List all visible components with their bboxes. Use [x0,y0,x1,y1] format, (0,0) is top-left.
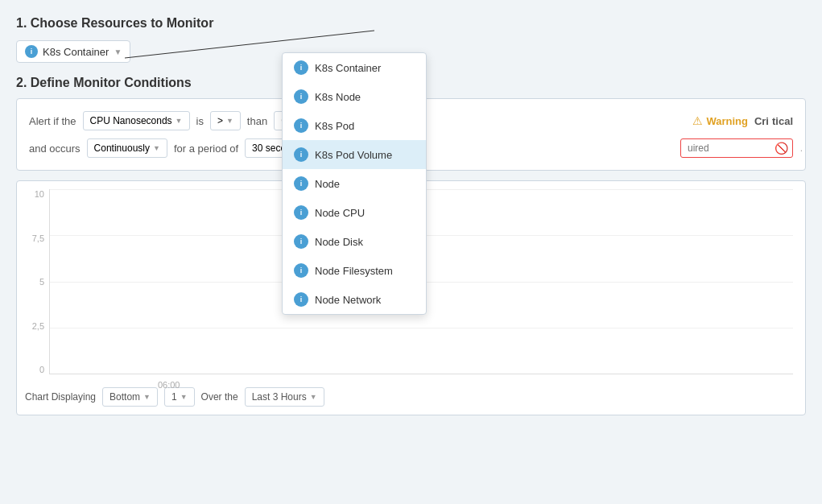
time-range-select[interactable]: Last 3 Hours ▼ [245,387,324,407]
and-occurs-label: and occurs [29,143,81,155]
metric-label: CPU Nanoseconds [90,115,172,126]
k8s-node-label: K8s Node [315,91,361,103]
critical-threshold-label: Critical [754,115,793,127]
operator-arrow-icon: ▼ [226,117,233,125]
frequency-select[interactable]: Continuously ▼ [87,138,167,158]
one-arrow-icon: ▼ [180,393,188,401]
main-container: 1. Choose Resources to Monitor i K8s Con… [0,0,822,504]
y-label-75: 7,5 [32,233,44,243]
error-icon: 🚫 [774,142,788,155]
warning-icon: ⚠ [692,114,703,127]
is-label: is [196,115,204,127]
resource-dropdown-menu: i K8s Container i K8s Node i K8s Pod i K… [282,52,427,315]
than-label: than [247,115,267,127]
over-the-label: Over the [201,391,238,403]
node-disk-label: Node Disk [315,236,363,248]
critical-text: Cri [754,115,769,127]
node-cpu-label: Node CPU [315,207,365,219]
one-select[interactable]: 1 ▼ [164,387,195,407]
chart-footer: Chart Displaying Bottom ▼ 1 ▼ Over the L… [25,382,793,407]
one-label: 1 [171,391,177,403]
frequency-label: Continuously [94,143,150,154]
dropdown-item-node-disk[interactable]: i Node Disk [283,227,426,256]
y-label-10: 10 [35,189,44,199]
resource-dropdown[interactable]: i K8s Container ▼ [16,40,130,63]
time-range-label: Last 3 Hours [252,391,307,403]
chart-displaying-label: Chart Displaying [25,391,96,403]
grid-line-75 [50,328,793,328]
bottom-label: Bottom [109,391,140,403]
k8s-pod-volume-label: K8s Pod Volume [315,149,392,161]
dropdown-item-k8s-node[interactable]: i K8s Node [283,82,426,111]
required-dot: . [800,143,803,154]
warning-text: Warning [706,115,748,127]
node-network-label: Node Network [315,294,381,306]
node-network-icon: i [294,292,308,307]
dropdown-item-node-cpu[interactable]: i Node CPU [283,198,426,227]
bottom-select[interactable]: Bottom ▼ [102,387,158,407]
time-range-arrow-icon: ▼ [310,393,317,401]
node-cpu-icon: i [294,205,308,220]
dropdown-item-node[interactable]: i Node [283,169,426,198]
node-icon: i [294,176,308,191]
operator-label: > [217,115,223,126]
metric-select[interactable]: CPU Nanoseconds ▼ [83,111,190,130]
resource-label: K8s Container [43,46,109,58]
dropdown-item-node-filesystem[interactable]: i Node Filesystem [283,256,426,285]
alert-if-label: Alert if the [29,115,76,127]
dropdown-arrow-icon: ▼ [114,48,122,56]
frequency-arrow-icon: ▼ [153,144,160,152]
node-filesystem-label: Node Filesystem [315,265,393,277]
resource-icon: i [25,45,38,58]
x-label-0600: 06:00 [158,380,180,390]
bottom-arrow-icon: ▼ [143,393,151,401]
metric-arrow-icon: ▼ [176,117,183,125]
warning-threshold-label: ⚠ Warning [692,114,748,127]
y-label-25: 2,5 [32,321,44,331]
node-disk-icon: i [294,234,308,249]
for-period-label: for a period of [174,143,238,155]
dropdown-item-k8s-container[interactable]: i K8s Container [283,53,426,82]
y-label-0: 0 [39,365,44,374]
k8s-node-icon: i [294,89,308,104]
k8s-container-icon: i [294,60,308,75]
k8s-pod-label: K8s Pod [315,120,354,132]
dropdown-item-k8s-pod-volume[interactable]: i K8s Pod Volume [283,140,426,169]
y-label-5: 5 [39,277,44,287]
critical-text-2: tical [772,115,793,127]
k8s-pod-volume-icon: i [294,147,308,162]
node-filesystem-icon: i [294,263,308,278]
node-label: Node [315,178,340,190]
dropdown-item-node-network[interactable]: i Node Network [283,285,426,314]
critical-input-wrapper: 🚫 . [680,138,793,158]
k8s-container-label: K8s Container [315,62,381,74]
operator-select[interactable]: > ▼ [210,111,241,130]
k8s-pod-icon: i [294,118,308,133]
section-1-title: 1. Choose Resources to Monitor [16,16,806,31]
y-axis: 10 7,5 5 2,5 0 [25,189,49,374]
dropdown-item-k8s-pod[interactable]: i K8s Pod [283,111,426,140]
